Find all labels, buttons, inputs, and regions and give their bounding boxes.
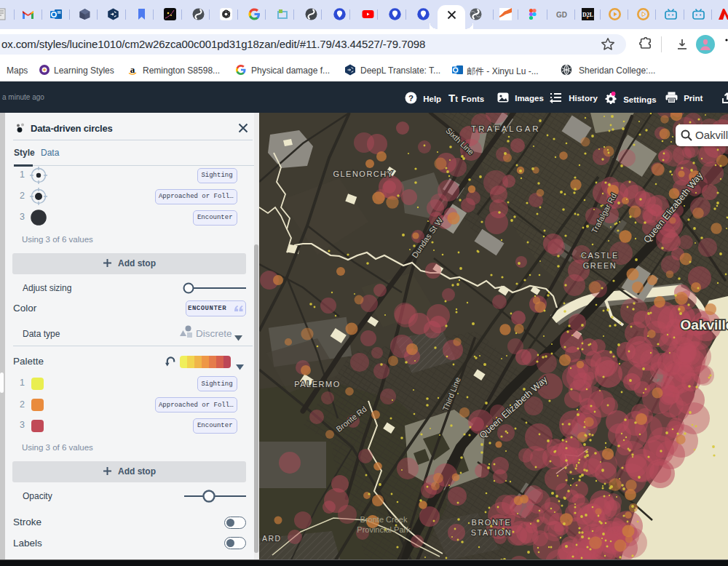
svg-text:TRAFALGAR: TRAFALGAR xyxy=(471,124,540,133)
svg-text:STATION: STATION xyxy=(471,528,513,537)
svg-text:Bronte Creek: Bronte Creek xyxy=(360,515,408,524)
svg-text:?: ? xyxy=(408,94,414,103)
svg-text:ARD: ARD xyxy=(262,534,282,543)
svg-text:GD: GD xyxy=(556,11,567,19)
svg-text:Provincial Park: Provincial Park xyxy=(357,525,411,534)
svg-text:GREEN: GREEN xyxy=(583,261,617,270)
svg-text:PALERMO: PALERMO xyxy=(294,380,340,388)
svg-text:GLENORCHY: GLENORCHY xyxy=(333,170,393,178)
svg-text:BRONTE: BRONTE xyxy=(472,518,512,527)
svg-text:CASTLE: CASTLE xyxy=(581,251,619,260)
svg-text:Oakville: Oakville xyxy=(681,317,728,332)
